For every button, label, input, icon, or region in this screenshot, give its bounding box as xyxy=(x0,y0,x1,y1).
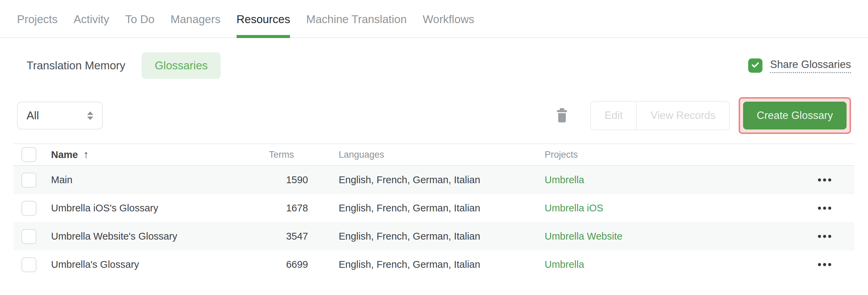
project-link[interactable]: Umbrella Website xyxy=(545,231,622,242)
glossaries-page: Projects Activity To Do Managers Resourc… xyxy=(0,0,868,295)
glossary-languages: English, French, German, Italian xyxy=(308,203,545,214)
glossary-name: Umbrella's Glossary xyxy=(51,259,269,270)
projects-column-header: Projects xyxy=(545,150,803,160)
table-row: Main 1590 English, French, German, Itali… xyxy=(14,166,854,194)
project-filter-value: All xyxy=(27,109,39,122)
name-column-header[interactable]: Name ↑ xyxy=(51,149,269,161)
nav-tab-projects[interactable]: Projects xyxy=(17,13,58,37)
nav-tab-managers[interactable]: Managers xyxy=(171,13,221,37)
row-checkbox[interactable] xyxy=(21,201,36,216)
row-actions-menu-button[interactable] xyxy=(815,203,835,213)
glossary-terms-count: 1678 xyxy=(269,203,308,214)
glossary-name: Main xyxy=(51,174,269,186)
nav-tab-machine-translation[interactable]: Machine Translation xyxy=(306,13,406,37)
selection-actions-group: Edit View Records xyxy=(590,101,730,130)
create-glossary-button[interactable]: Create Glossary xyxy=(743,102,847,129)
project-link[interactable]: Umbrella iOS xyxy=(545,203,603,213)
row-actions-menu-button[interactable] xyxy=(815,175,835,185)
delete-button[interactable] xyxy=(555,107,569,125)
glossary-languages: English, French, German, Italian xyxy=(308,259,545,270)
table-row: Umbrella iOS's Glossary 1678 English, Fr… xyxy=(14,194,854,222)
share-glossaries-label: Share Glossaries xyxy=(770,58,851,73)
ellipsis-icon xyxy=(818,235,831,238)
row-actions-menu-button[interactable] xyxy=(815,260,835,270)
resources-subnav: Translation Memory Glossaries Share Glos… xyxy=(17,52,851,79)
subtab-glossaries[interactable]: Glossaries xyxy=(142,52,221,79)
table-row: Umbrella Website's Glossary 3547 English… xyxy=(14,222,854,250)
project-filter-select[interactable]: All xyxy=(17,102,103,129)
trash-icon xyxy=(555,107,569,125)
glossary-name: Umbrella iOS's Glossary xyxy=(51,203,269,214)
nav-tab-activity[interactable]: Activity xyxy=(74,13,109,37)
share-glossaries-checkbox[interactable] xyxy=(748,58,762,73)
subtab-translation-memory[interactable]: Translation Memory xyxy=(17,52,135,79)
row-checkbox[interactable] xyxy=(21,173,36,188)
edit-button[interactable]: Edit xyxy=(591,102,636,129)
glossaries-table: Name ↑ Terms Languages Projects Main 159… xyxy=(14,143,854,279)
languages-column-header: Languages xyxy=(308,150,545,160)
row-checkbox[interactable] xyxy=(21,257,36,272)
table-row: Umbrella's Glossary 6699 English, French… xyxy=(14,250,854,279)
create-glossary-highlight: Create Glossary xyxy=(739,97,851,134)
select-all-checkbox[interactable] xyxy=(21,147,36,162)
nav-tab-resources[interactable]: Resources xyxy=(237,13,290,37)
terms-column-header: Terms xyxy=(269,150,308,160)
project-link[interactable]: Umbrella xyxy=(545,174,584,185)
toolbar-actions: Edit View Records Create Glossary xyxy=(555,97,851,134)
row-actions-menu-button[interactable] xyxy=(815,231,835,241)
view-records-button[interactable]: View Records xyxy=(636,102,729,129)
table-header-row: Name ↑ Terms Languages Projects xyxy=(14,144,854,166)
ellipsis-icon xyxy=(818,178,831,181)
glossary-name: Umbrella Website's Glossary xyxy=(51,231,269,242)
row-checkbox[interactable] xyxy=(21,229,36,244)
share-glossaries-control[interactable]: Share Glossaries xyxy=(748,58,851,73)
sort-ascending-icon: ↑ xyxy=(83,149,89,161)
checkmark-icon xyxy=(751,60,760,71)
glossaries-toolbar: All Edit View Records Crea xyxy=(17,97,851,134)
project-link[interactable]: Umbrella xyxy=(545,259,584,270)
glossary-terms-count: 1590 xyxy=(269,174,308,186)
select-arrows-icon xyxy=(87,111,93,120)
glossary-languages: English, French, German, Italian xyxy=(308,174,545,186)
nav-tab-todo[interactable]: To Do xyxy=(125,13,155,37)
glossary-languages: English, French, German, Italian xyxy=(308,231,545,242)
ellipsis-icon xyxy=(818,207,831,210)
main-nav: Projects Activity To Do Managers Resourc… xyxy=(0,0,868,38)
nav-tab-workflows[interactable]: Workflows xyxy=(423,13,475,37)
glossary-terms-count: 6699 xyxy=(269,259,308,270)
glossary-terms-count: 3547 xyxy=(269,231,308,242)
select-all-cell xyxy=(21,147,36,162)
ellipsis-icon xyxy=(818,263,831,266)
